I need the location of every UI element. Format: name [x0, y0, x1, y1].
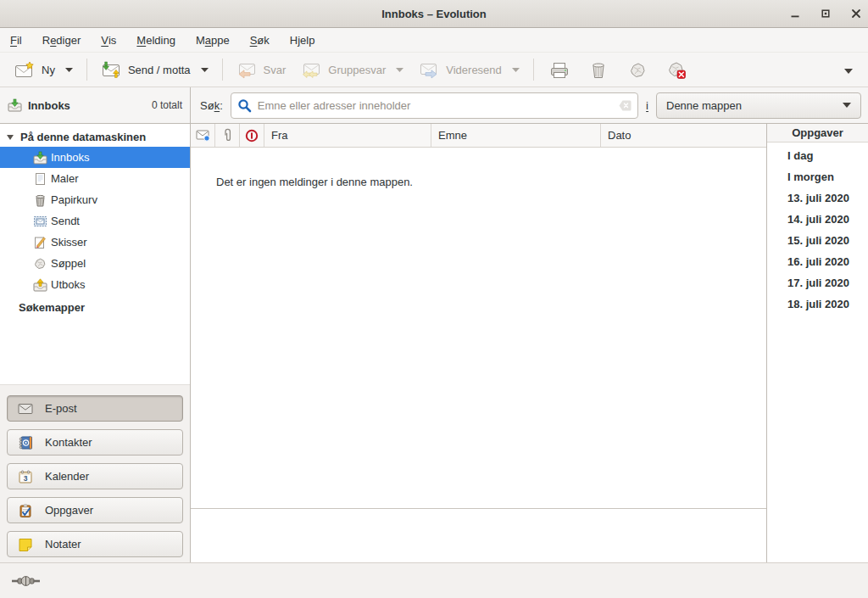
- group-reply-button[interactable]: Gruppesvar: [293, 57, 411, 83]
- toolbar: Ny Send / motta Svar: [0, 53, 868, 87]
- task-group[interactable]: 15. juli 2020: [787, 235, 868, 247]
- send-receive-button[interactable]: Send / motta: [93, 57, 216, 83]
- menu-melding[interactable]: Melding: [126, 28, 186, 52]
- folder-soppel[interactable]: Søppel: [0, 253, 190, 274]
- trash-icon: [588, 61, 609, 79]
- column-date[interactable]: Dato: [601, 124, 766, 147]
- toolbar-separator: [86, 59, 87, 81]
- switcher-memos-button[interactable]: Notater: [7, 531, 183, 557]
- account-row[interactable]: På denne datamaskinen: [0, 126, 190, 147]
- group-reply-label: Gruppesvar: [328, 64, 386, 76]
- menu-sok[interactable]: Søk: [240, 28, 280, 52]
- menu-fil[interactable]: Fil: [0, 28, 32, 52]
- statusbar: [0, 562, 868, 598]
- task-pane-title: Oppgaver: [767, 124, 868, 143]
- outbox-icon: [33, 278, 47, 292]
- online-plug-icon[interactable]: [12, 574, 40, 588]
- minimize-button[interactable]: [789, 8, 800, 20]
- menubar: Fil Rediger Vis Melding Mappe Søk Hjelp: [0, 28, 868, 53]
- reply-button[interactable]: Svar: [229, 57, 294, 83]
- menu-hjelp[interactable]: Hjelp: [280, 28, 326, 52]
- priority-icon: [245, 129, 259, 143]
- folder-papirkurv[interactable]: Papirkurv: [0, 189, 190, 210]
- switcher-mail-button[interactable]: E-post: [7, 395, 183, 422]
- chevron-down-icon: [201, 68, 209, 72]
- switcher-contacts-button[interactable]: Kontakter: [7, 429, 183, 455]
- search-input[interactable]: [231, 92, 638, 119]
- overflow-chevron-icon: [844, 69, 853, 74]
- switcher-tasks-button[interactable]: Oppgaver: [7, 497, 183, 523]
- folder-sendt[interactable]: Sendt: [0, 210, 190, 232]
- task-group[interactable]: 14. juli 2020: [787, 214, 868, 226]
- task-group[interactable]: I morgen: [787, 171, 868, 183]
- folder-label: Sendt: [51, 215, 80, 227]
- task-group[interactable]: I dag: [787, 150, 868, 162]
- account-label: På denne datamaskinen: [20, 131, 146, 143]
- task-group[interactable]: 13. juli 2020: [787, 193, 868, 204]
- toolbar-overflow-button[interactable]: [836, 59, 861, 81]
- task-group[interactable]: 16. juli 2020: [787, 256, 868, 268]
- chevron-down-icon: [396, 68, 403, 72]
- forward-button[interactable]: Videresend: [411, 57, 527, 83]
- switcher-calendar-button[interactable]: 3 Kalender: [7, 463, 183, 489]
- folder-skisser[interactable]: Skisser: [0, 232, 190, 253]
- junk-folder-icon: [33, 257, 47, 271]
- print-button[interactable]: [540, 57, 579, 83]
- folder-innboks[interactable]: Innboks: [0, 147, 190, 168]
- column-status[interactable]: [191, 124, 215, 147]
- reply-icon: [236, 61, 257, 79]
- column-from[interactable]: Fra: [264, 124, 431, 147]
- message-list-body[interactable]: Det er ingen meldinger i denne mappen.: [191, 148, 766, 508]
- empty-folder-message: Det er ingen meldinger i denne mappen.: [216, 176, 413, 188]
- new-message-button[interactable]: Ny: [7, 57, 81, 83]
- menu-mappe[interactable]: Mappe: [186, 28, 240, 52]
- close-button[interactable]: [850, 8, 861, 20]
- send-receive-icon: [101, 61, 121, 79]
- folder-maler[interactable]: Maler: [0, 168, 190, 189]
- search-scope-dropdown[interactable]: Denne mappen: [656, 92, 861, 119]
- minimize-icon: [790, 8, 800, 19]
- delete-button[interactable]: [579, 57, 618, 83]
- not-junk-button[interactable]: [657, 57, 696, 83]
- view-switcher: E-post Kontakter: [0, 384, 190, 562]
- folder-label: Innboks: [51, 151, 90, 164]
- templates-icon: [33, 172, 47, 186]
- contacts-icon: [18, 436, 33, 450]
- search-folders-root[interactable]: Søkemapper: [0, 295, 190, 319]
- menu-vis[interactable]: Vis: [91, 28, 126, 52]
- folder-label: Skisser: [51, 236, 87, 249]
- close-icon: [851, 8, 861, 19]
- column-subject[interactable]: Emne: [431, 124, 601, 147]
- chevron-down-icon: [512, 68, 520, 72]
- column-attachment[interactable]: [215, 124, 240, 147]
- clear-icon[interactable]: [619, 100, 632, 111]
- junk-button[interactable]: [618, 57, 657, 83]
- expander-icon: [6, 133, 14, 141]
- svg-text:3: 3: [24, 474, 28, 483]
- reply-label: Svar: [264, 64, 287, 76]
- task-group[interactable]: 17. juli 2020: [787, 277, 868, 289]
- task-group[interactable]: 18. juli 2020: [787, 299, 868, 310]
- column-priority[interactable]: [240, 124, 264, 147]
- menu-rediger[interactable]: Rediger: [32, 28, 92, 52]
- toolbar-separator: [222, 59, 223, 81]
- forward-label: Videresend: [446, 64, 502, 76]
- window-title: Innboks – Evolution: [381, 8, 487, 20]
- notes-icon: [18, 538, 33, 551]
- task-pane: Oppgaver I dag I morgen 13. juli 2020 14…: [766, 124, 868, 562]
- group-reply-icon: [301, 61, 321, 79]
- maximize-button[interactable]: [820, 8, 831, 20]
- search-in-label: i: [646, 99, 648, 112]
- sidebar: På denne datamaskinen Innboks: [0, 124, 191, 562]
- tasks-icon: [18, 504, 33, 517]
- current-folder-name: Innboks: [28, 99, 70, 112]
- task-group-list: I dag I morgen 13. juli 2020 14. juli 20…: [767, 143, 868, 310]
- message-list-pane: Fra Emne Dato Det er ingen meldinger i d…: [191, 124, 766, 562]
- print-icon: [549, 61, 570, 79]
- main-area: På denne datamaskinen Innboks: [0, 124, 868, 562]
- search-label: Søk:: [200, 99, 223, 112]
- inbox-icon: [8, 98, 22, 112]
- preview-pane[interactable]: [191, 508, 766, 562]
- folder-utboks[interactable]: Utboks: [0, 274, 190, 295]
- junk-icon: [627, 61, 648, 79]
